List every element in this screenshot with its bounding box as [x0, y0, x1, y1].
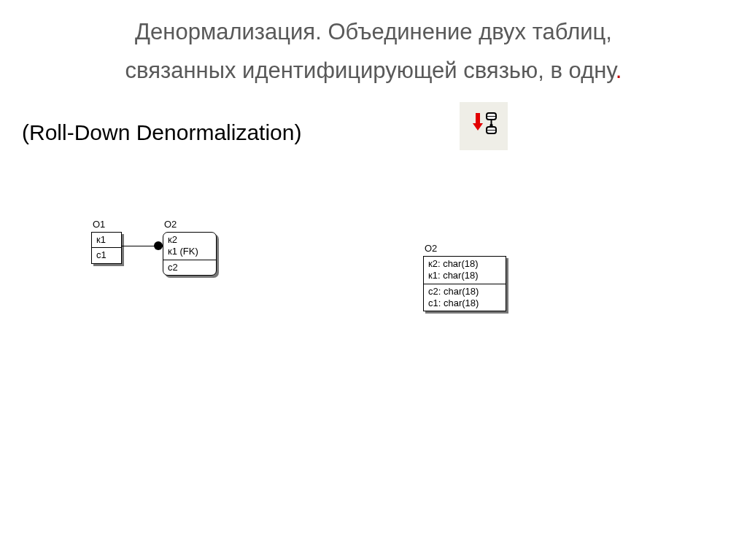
- entity-o1: к1 с1: [91, 232, 122, 264]
- result-entity-attrs: с2: char(18) с1: char(18): [424, 284, 506, 311]
- svg-rect-6: [476, 113, 480, 123]
- entity-o2: к2 к1 (FK) с2: [163, 232, 217, 276]
- result-entity-keys: к2: char(18) к1: char(18): [424, 257, 506, 284]
- title-line2: связанных идентифицирующей связью, в одн…: [125, 58, 616, 83]
- entity-o1-name: О1: [93, 219, 105, 230]
- entity-o1-keys: к1: [92, 233, 121, 247]
- relationship-endpoint-dot: [154, 241, 163, 250]
- entity-o1-attrs: с1: [92, 247, 121, 262]
- entity-o2-name: О2: [164, 219, 177, 230]
- svg-marker-7: [473, 123, 483, 131]
- title-dot: .: [616, 58, 622, 83]
- result-entity: к2: char(18) к1: char(18) с2: char(18) с…: [423, 256, 506, 311]
- svg-point-5: [489, 124, 492, 127]
- title-line1: Денормализация. Объединение двух таблиц,: [135, 19, 612, 44]
- result-entity-name: О2: [425, 243, 437, 254]
- entity-o2-keys: к2 к1 (FK): [163, 233, 216, 260]
- rolldown-tool-button[interactable]: [460, 102, 508, 150]
- entity-o2-attrs: с2: [163, 260, 216, 275]
- subtitle: (Roll-Down Denormalization): [22, 120, 301, 145]
- rolldown-icon: [470, 112, 498, 140]
- slide-title: Денормализация. Объединение двух таблиц,…: [0, 13, 747, 90]
